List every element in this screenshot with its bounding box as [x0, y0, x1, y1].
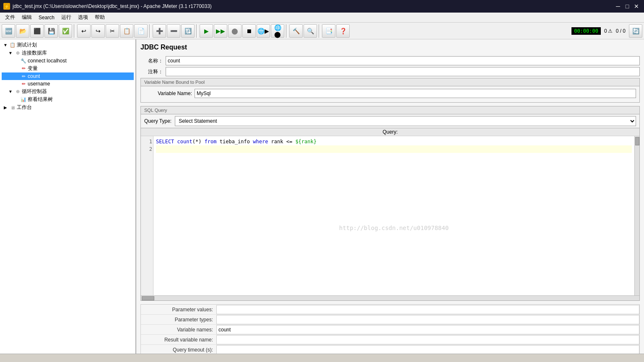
tree-item-connect-db[interactable]: ▼ ⊕ 连接数据库 — [2, 49, 134, 57]
tree-item-username[interactable]: ✏ username — [2, 80, 134, 88]
close-button[interactable]: ✕ — [632, 2, 641, 10]
result-variable-label: Result variable name: — [141, 337, 216, 343]
variable-name-input[interactable] — [195, 89, 636, 98]
menu-bar: 文件 编辑 Search 运行 选项 帮助 — [0, 13, 644, 23]
connect-db-icon: ⊕ — [14, 50, 21, 57]
separator-4 — [286, 24, 288, 38]
redo-button[interactable]: ↪ — [91, 24, 105, 38]
expand-icon-db[interactable]: ▼ — [8, 50, 13, 56]
paste-button[interactable]: 📄 — [134, 24, 148, 38]
menu-file[interactable]: 文件 — [2, 13, 18, 22]
undo-button[interactable]: ↩ — [77, 24, 91, 38]
workbench-icon: 🖥 — [9, 104, 16, 111]
sql-keyword-where: where — [253, 139, 268, 145]
result-variable-input[interactable] — [216, 335, 639, 344]
code-line-2 — [156, 145, 632, 153]
toolbar: 🆕 📂 ⬛ 💾 ✅ ↩ ↪ ✂ 📋 📄 ➕ ➖ 🔃 ▶ ▶▶ ⬤ ⏹ 🌐▶ 🌐⬤… — [0, 23, 644, 39]
window-controls[interactable]: ─ □ ✕ — [614, 2, 641, 10]
add-button[interactable]: ➕ — [153, 24, 166, 38]
comment-label: 注释： — [140, 68, 166, 75]
title-bar: ⚡ jdbc_test.jmx (C:\Users\slowchen\Deskt… — [0, 0, 644, 13]
tree-item-workbench[interactable]: ▶ 🖥 工作台 — [2, 103, 134, 111]
separator-1 — [74, 24, 75, 38]
expand-icon[interactable]: ▼ — [3, 42, 8, 48]
remote-stop-button[interactable]: 🌐⬤ — [271, 24, 284, 38]
maximize-button[interactable]: □ — [623, 2, 631, 10]
tree-item-count[interactable]: ✏ count — [2, 72, 134, 80]
expand-icon-loop[interactable]: ▼ — [8, 89, 13, 95]
query-editor: 1 2 SELECT count(*) from tieba_info wher… — [141, 136, 639, 295]
query-type-select[interactable]: Select Statement Update Statement Callab… — [175, 116, 636, 126]
code-area[interactable]: SELECT count(*) from tieba_info where ra… — [153, 136, 634, 295]
open-button[interactable]: 📂 — [16, 24, 29, 38]
username-icon: ✏ — [20, 80, 27, 87]
param-values-input[interactable] — [216, 305, 639, 314]
param-types-input[interactable] — [216, 315, 639, 324]
variable-names-input[interactable] — [216, 325, 639, 334]
code-empty-area — [156, 153, 632, 279]
h-scrollbar-thumb[interactable] — [142, 296, 154, 300]
sql-query-section: SQL Query Query Type: Select Statement U… — [140, 106, 640, 301]
revert-button[interactable]: ✅ — [59, 24, 72, 38]
name-input[interactable] — [166, 56, 640, 65]
expand-icon-variable — [13, 66, 19, 72]
menu-edit[interactable]: 编辑 — [18, 13, 35, 22]
tree-label-test-plan: 测试计划 — [17, 41, 37, 49]
comment-input[interactable] — [166, 67, 640, 76]
name-row: 名称： — [140, 56, 640, 65]
query-type-row: Query Type: Select Statement Update Stat… — [141, 114, 639, 128]
tree-item-variable[interactable]: ✏ 变量 — [2, 65, 134, 72]
start-no-pause-button[interactable]: ▶▶ — [214, 24, 227, 38]
variable-names-row: Variable names: — [141, 325, 639, 335]
tree-label-loop-controller: 循环控制器 — [22, 88, 47, 95]
tree-item-view-results[interactable]: 📊 察看结果树 — [2, 96, 134, 103]
menu-options[interactable]: 选项 — [75, 13, 91, 22]
sql-keyword-select: SELECT — [156, 139, 174, 145]
separator-5 — [319, 24, 320, 38]
stop-button[interactable]: ⬤ — [228, 24, 242, 38]
clear-button[interactable]: 🔃 — [181, 24, 195, 38]
expand-icon-results — [13, 97, 19, 103]
minimize-button[interactable]: ─ — [614, 2, 622, 10]
expand-icon-username — [13, 81, 19, 87]
line-num-1: 1 — [142, 138, 152, 145]
copy-button[interactable]: 📋 — [120, 24, 133, 38]
menu-run[interactable]: 运行 — [58, 13, 75, 22]
vertical-scrollbar[interactable] — [634, 136, 639, 295]
status-icon-button[interactable]: 🔄 — [629, 24, 642, 38]
remote-start-button[interactable]: 🌐▶ — [257, 24, 270, 38]
variable-icon: ✏ — [20, 65, 27, 72]
templates-button[interactable]: 📑 — [322, 24, 335, 38]
variable-name-row: Variable Name: — [144, 89, 636, 98]
tree-panel: ▼ 📋 测试计划 ▼ ⊕ 连接数据库 🔧 connect localhost ✏… — [0, 39, 136, 354]
name-label: 名称： — [140, 57, 166, 65]
result-variable-row: Result variable name: — [141, 335, 639, 345]
query-area-wrapper: Query: 1 2 SELECT count(*) from tieba_in… — [141, 128, 639, 300]
tree-label-count: count — [28, 73, 40, 79]
param-types-label: Parameter types: — [141, 317, 216, 323]
expand-icon-workbench[interactable]: ▶ — [3, 105, 8, 111]
new-button[interactable]: 🆕 — [2, 24, 15, 38]
save-button[interactable]: 💾 — [44, 24, 58, 38]
query-timeout-label: Query timeout (s): — [141, 347, 216, 353]
comment-row: 注释： — [140, 67, 640, 76]
loop-controller-icon: ⊕ — [14, 88, 21, 95]
variable-bound-section: Variable Name Bound to Pool Variable Nam… — [140, 78, 640, 103]
function-helper-button[interactable]: 🔨 — [289, 24, 303, 38]
cut-button[interactable]: ✂ — [106, 24, 119, 38]
menu-search[interactable]: Search — [35, 14, 58, 21]
start-button[interactable]: ▶ — [200, 24, 213, 38]
help-button[interactable]: ❓ — [336, 24, 350, 38]
shutdown-button[interactable]: ⏹ — [242, 24, 256, 38]
tree-item-test-plan[interactable]: ▼ 📋 测试计划 — [2, 41, 134, 49]
remove-button[interactable]: ➖ — [167, 24, 180, 38]
horizontal-scrollbar[interactable] — [141, 295, 639, 300]
tree-item-loop-controller[interactable]: ▼ ⊕ 循环控制器 — [2, 88, 134, 96]
query-timeout-row: Query timeout (s): — [141, 345, 639, 354]
query-timeout-input[interactable] — [216, 345, 639, 354]
menu-help[interactable]: 帮助 — [91, 13, 108, 22]
tree-item-connect-localhost[interactable]: 🔧 connect localhost — [2, 57, 134, 65]
save-close-button[interactable]: ⬛ — [30, 24, 44, 38]
search-btn[interactable]: 🔍 — [304, 24, 317, 38]
scrollbar-thumb[interactable] — [635, 137, 639, 145]
